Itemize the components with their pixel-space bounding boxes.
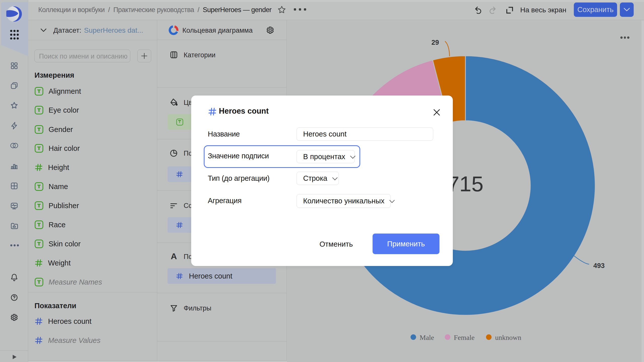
svg-text:Male: Male [420,334,434,341]
svg-text:unknown: unknown [495,334,521,341]
svg-text:493: 493 [593,262,605,269]
svg-text:29: 29 [431,39,439,46]
svg-text:Female: Female [454,334,474,341]
